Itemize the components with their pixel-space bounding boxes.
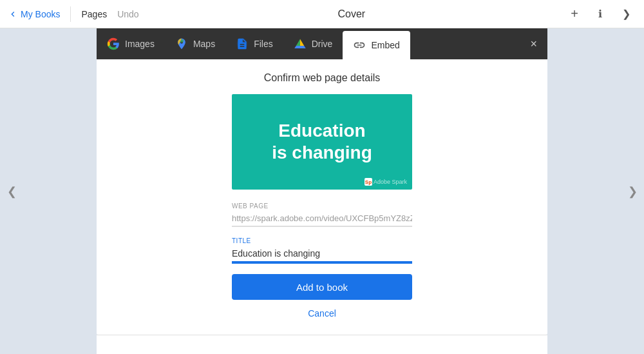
chevron-left-icon	[8, 9, 18, 19]
title-label: TITLE	[232, 237, 412, 244]
webpage-input[interactable]	[232, 211, 412, 226]
tab-drive-label: Drive	[312, 39, 333, 49]
preview-text: Education is changing	[261, 120, 383, 163]
cancel-link[interactable]: Cancel	[308, 308, 336, 319]
webpage-underline	[232, 226, 412, 227]
center-content: Images Maps	[23, 28, 621, 354]
back-button[interactable]: My Books	[8, 9, 60, 19]
add-button[interactable]: +	[564, 4, 585, 25]
watermark: Sp Adobe Spark	[365, 178, 407, 186]
undo-button[interactable]: Undo	[117, 9, 138, 19]
link-icon	[353, 39, 366, 52]
title-field-group: TITLE	[232, 237, 412, 264]
next-arrow-icon: ❯	[628, 184, 638, 199]
tab-maps-label: Maps	[193, 39, 215, 49]
tab-embed[interactable]: Embed	[343, 31, 410, 59]
prev-arrow[interactable]: ❮	[0, 28, 23, 354]
page-title: Cover	[144, 8, 559, 20]
top-bar: My Books Pages Undo Cover + ℹ ❯	[0, 0, 644, 28]
forward-button[interactable]: ❯	[616, 4, 636, 25]
info-button[interactable]: ℹ	[590, 4, 611, 25]
files-icon	[236, 37, 249, 50]
pages-button[interactable]: Pages	[81, 9, 107, 19]
tab-images-label: Images	[125, 39, 155, 49]
tab-files[interactable]: Files	[225, 28, 283, 59]
tab-maps[interactable]: Maps	[165, 28, 225, 59]
prev-arrow-icon: ❮	[7, 184, 17, 199]
drive-icon	[294, 37, 307, 50]
preview-image: Education is changing Sp Adobe Spark	[232, 94, 412, 190]
add-to-book-button[interactable]: Add to book	[232, 274, 412, 300]
divider	[70, 6, 71, 22]
watermark-text: Adobe Spark	[374, 179, 407, 185]
next-arrow[interactable]: ❯	[621, 28, 644, 354]
spark-logo-icon: Sp	[365, 178, 372, 186]
webpage-label: WEB PAGE	[232, 202, 412, 210]
title-underline	[232, 262, 412, 264]
dialog: Images Maps	[97, 28, 547, 335]
maps-icon	[175, 37, 188, 50]
tab-bar: Images Maps	[97, 28, 547, 59]
close-button[interactable]: ×	[520, 28, 547, 59]
bg-page	[97, 335, 547, 354]
google-g-icon	[107, 37, 120, 50]
dialog-body: Confirm web page details Education is ch…	[97, 59, 547, 335]
dialog-title: Confirm web page details	[264, 72, 381, 84]
tab-drive[interactable]: Drive	[283, 28, 343, 59]
tab-embed-label: Embed	[371, 40, 399, 50]
tab-files-label: Files	[254, 39, 273, 49]
preview-line2: is changing	[272, 143, 372, 162]
main-area: ❮ Images	[0, 28, 644, 354]
title-input[interactable]	[232, 246, 412, 262]
tab-images[interactable]: Images	[97, 28, 165, 59]
preview-line1: Education	[278, 121, 365, 141]
back-label: My Books	[21, 9, 60, 19]
top-bar-right: + ℹ ❯	[564, 4, 636, 25]
form-container: WEB PAGE TITLE Add to book Cancel	[232, 202, 412, 319]
webpage-field-group: WEB PAGE	[232, 202, 412, 227]
